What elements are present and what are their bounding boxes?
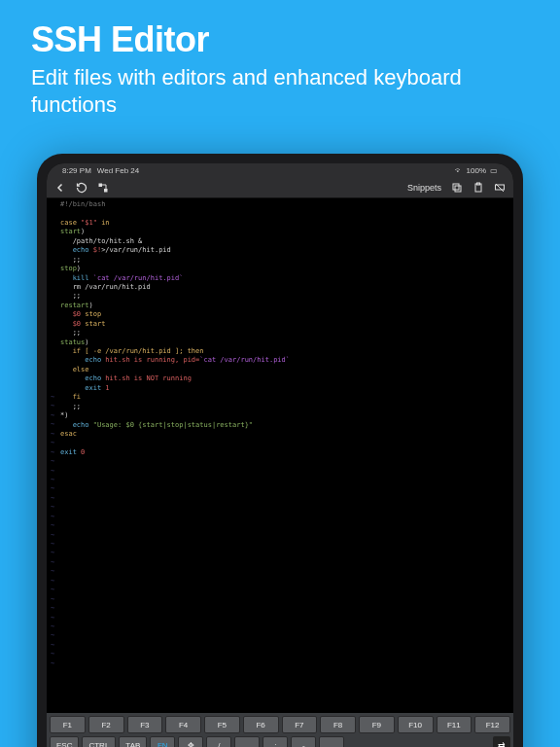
paste-icon[interactable] <box>472 182 484 194</box>
underscore-key[interactable]: _ <box>319 736 344 747</box>
fn-key[interactable]: FN <box>150 736 175 747</box>
reload-icon[interactable] <box>76 182 88 194</box>
wifi-icon: ᯤ <box>455 166 463 175</box>
arrows-key[interactable]: ✥ <box>178 736 203 747</box>
svg-rect-2 <box>455 186 461 192</box>
tab-key[interactable]: TAB <box>119 736 147 747</box>
tilde-gutter: ~~~~~~~~~~~~~~~~~~~~~~~~~~~~~~ <box>51 393 54 713</box>
back-icon[interactable] <box>54 182 66 194</box>
f12-key[interactable]: F12 <box>474 716 510 733</box>
colon-key[interactable]: : <box>262 736 288 747</box>
ctrl-key[interactable]: CTRL <box>82 736 116 747</box>
f3-key[interactable]: F3 <box>127 716 163 733</box>
promo-title: SSH Editor <box>31 19 529 60</box>
f2-key[interactable]: F2 <box>88 716 124 733</box>
status-time: 8:29 PM <box>62 166 91 175</box>
snippets-button[interactable]: Snippets <box>407 183 441 193</box>
esc-key[interactable]: ESC <box>50 736 79 747</box>
dot-key[interactable]: . <box>234 736 260 747</box>
ctrl-key-row: ESC CTRL TAB FN ✥ / . : - _ ⇄ <box>47 733 513 747</box>
svg-rect-1 <box>104 189 108 193</box>
swap-icon[interactable]: ⇄ <box>493 736 510 747</box>
status-date: Wed Feb 24 <box>97 166 139 175</box>
f7-key[interactable]: F7 <box>282 716 318 733</box>
connection-icon[interactable] <box>97 182 109 194</box>
keyboard-hide-icon[interactable] <box>494 182 506 194</box>
f11-key[interactable]: F11 <box>437 716 472 733</box>
battery-icon: ▭ <box>490 166 498 175</box>
svg-rect-3 <box>453 184 459 190</box>
svg-rect-0 <box>99 183 103 187</box>
screen: 8:29 PM Wed Feb 24 ᯤ 100% ▭ Snippets <box>47 163 513 747</box>
f6-key[interactable]: F6 <box>243 716 279 733</box>
f5-key[interactable]: F5 <box>204 716 240 733</box>
editor-toolbar: Snippets <box>47 177 513 198</box>
f4-key[interactable]: F4 <box>165 716 201 733</box>
f10-key[interactable]: F10 <box>398 716 434 733</box>
f1-key[interactable]: F1 <box>50 716 86 733</box>
dash-key[interactable]: - <box>291 736 316 747</box>
f9-key[interactable]: F9 <box>359 716 395 733</box>
promo-subtitle: Edit files with editors and enhanced key… <box>31 64 529 118</box>
slash-key[interactable]: / <box>206 736 231 747</box>
copy-icon[interactable] <box>451 182 463 194</box>
battery-pct: 100% <box>467 166 486 175</box>
code-content: #!/bin/bash case "$1" in start) /path/to… <box>60 200 509 457</box>
f8-key[interactable]: F8 <box>320 716 356 733</box>
tablet-frame: 8:29 PM Wed Feb 24 ᯤ 100% ▭ Snippets <box>37 154 523 747</box>
status-bar: 8:29 PM Wed Feb 24 ᯤ 100% ▭ <box>47 163 513 177</box>
fn-key-row: F1 F2 F3 F4 F5 F6 F7 F8 F9 F10 F11 F12 <box>47 713 513 733</box>
code-editor[interactable]: #!/bin/bash case "$1" in start) /path/to… <box>47 198 513 713</box>
